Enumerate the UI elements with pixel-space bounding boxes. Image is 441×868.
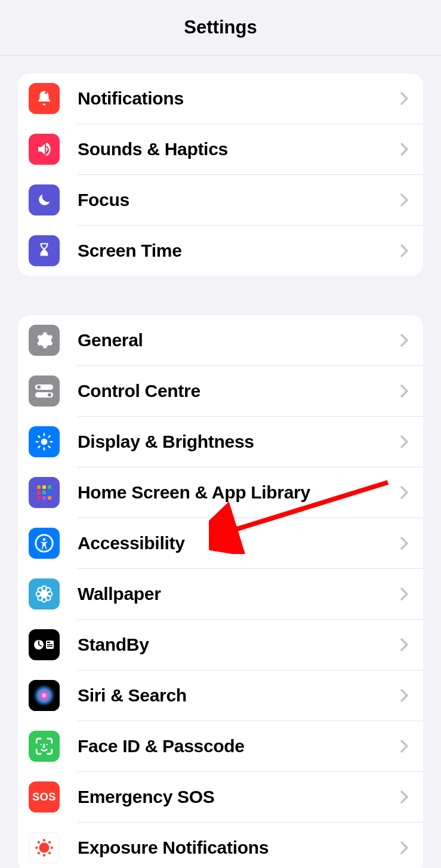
chevron-right-icon <box>400 638 409 651</box>
page-title: Settings <box>184 17 257 38</box>
accessibility-row[interactable]: Accessibility <box>18 518 423 568</box>
siri-label: Siri & Search <box>78 685 400 706</box>
standby-label: StandBy <box>78 635 400 655</box>
flower-icon <box>29 578 60 610</box>
faceid-label: Face ID & Passcode <box>78 736 400 756</box>
svg-rect-12 <box>42 496 46 500</box>
svg-rect-9 <box>42 491 46 494</box>
screentime-row[interactable]: Screen Time <box>18 226 423 276</box>
chevron-right-icon <box>400 435 409 448</box>
siri-row[interactable]: Siri & Search <box>18 670 423 721</box>
screentime-label: Screen Time <box>78 241 400 261</box>
exposure-label: Exposure Notifications <box>78 838 400 858</box>
svg-point-38 <box>51 847 53 849</box>
home-screen-label: Home Screen & App Library <box>78 482 400 503</box>
exposure-row[interactable]: Exposure Notifications <box>18 823 423 868</box>
moon-icon <box>29 184 60 216</box>
control-centre-label: Control Centre <box>78 381 400 401</box>
grid-icon <box>29 477 60 508</box>
sos-row[interactable]: SOS Emergency SOS <box>18 772 423 822</box>
svg-point-16 <box>42 592 47 596</box>
svg-point-35 <box>43 839 45 841</box>
svg-point-15 <box>43 538 46 541</box>
svg-rect-10 <box>48 491 51 494</box>
speaker-icon <box>29 134 60 165</box>
bell-icon <box>29 83 60 114</box>
svg-rect-7 <box>48 485 51 489</box>
display-label: Display & Brightness <box>78 432 400 452</box>
sos-label: Emergency SOS <box>78 787 400 807</box>
chevron-right-icon <box>400 841 409 854</box>
chevron-right-icon <box>400 92 409 105</box>
chevron-right-icon <box>400 537 409 550</box>
home-screen-row[interactable]: Home Screen & App Library <box>18 467 423 518</box>
notifications-label: Notifications <box>78 88 400 109</box>
chevron-right-icon <box>400 587 409 601</box>
svg-point-33 <box>47 744 48 745</box>
svg-rect-5 <box>37 485 41 489</box>
focus-label: Focus <box>78 190 400 210</box>
clock-card-icon <box>29 629 60 660</box>
svg-point-39 <box>38 841 40 844</box>
chevron-right-icon <box>400 689 409 702</box>
chevron-right-icon <box>400 384 409 398</box>
svg-rect-6 <box>42 485 46 489</box>
virus-icon <box>29 832 60 863</box>
settings-group-1: Notifications Sounds & Haptics Focus Scr… <box>18 73 423 276</box>
focus-row[interactable]: Focus <box>18 175 423 225</box>
svg-point-31 <box>33 684 55 707</box>
control-centre-row[interactable]: Control Centre <box>18 366 423 416</box>
svg-point-41 <box>38 852 40 854</box>
svg-point-34 <box>39 843 50 853</box>
general-row[interactable]: General <box>18 315 423 365</box>
svg-point-40 <box>48 841 51 844</box>
svg-point-32 <box>41 744 42 745</box>
chevron-right-icon <box>400 244 409 257</box>
chevron-right-icon <box>400 143 409 156</box>
svg-point-36 <box>43 854 45 857</box>
svg-point-4 <box>41 439 48 445</box>
siri-icon <box>29 680 60 711</box>
face-icon <box>29 731 60 762</box>
svg-rect-27 <box>47 642 50 643</box>
chevron-right-icon <box>400 334 409 347</box>
svg-rect-29 <box>47 646 53 647</box>
general-label: General <box>78 330 400 350</box>
notifications-row[interactable]: Notifications <box>18 73 423 124</box>
svg-rect-8 <box>37 491 41 494</box>
faceid-row[interactable]: Face ID & Passcode <box>18 721 423 771</box>
settings-group-2: General Control Centre Display & Brightn… <box>18 315 423 868</box>
standby-row[interactable]: StandBy <box>18 620 423 670</box>
svg-point-1 <box>37 386 41 389</box>
gear-icon <box>29 325 60 356</box>
sounds-label: Sounds & Haptics <box>78 139 400 159</box>
svg-point-37 <box>35 847 38 849</box>
chevron-right-icon <box>400 790 409 804</box>
chevron-right-icon <box>400 193 409 207</box>
sun-icon <box>29 426 60 457</box>
hourglass-icon <box>29 235 60 266</box>
chevron-right-icon <box>400 740 409 753</box>
sounds-row[interactable]: Sounds & Haptics <box>18 124 423 174</box>
sos-icon: SOS <box>29 781 60 812</box>
wallpaper-label: Wallpaper <box>78 584 400 604</box>
accessibility-label: Accessibility <box>78 533 400 553</box>
person-circle-icon <box>29 528 60 559</box>
wallpaper-row[interactable]: Wallpaper <box>18 569 423 619</box>
svg-rect-28 <box>47 644 53 645</box>
chevron-right-icon <box>400 486 409 499</box>
display-row[interactable]: Display & Brightness <box>18 417 423 467</box>
switches-icon <box>29 375 60 407</box>
header: Settings <box>0 0 441 56</box>
svg-point-3 <box>48 393 51 397</box>
svg-point-42 <box>48 852 51 854</box>
svg-rect-13 <box>48 496 51 500</box>
settings-content: Notifications Sounds & Haptics Focus Scr… <box>0 56 441 868</box>
svg-rect-11 <box>37 496 41 500</box>
